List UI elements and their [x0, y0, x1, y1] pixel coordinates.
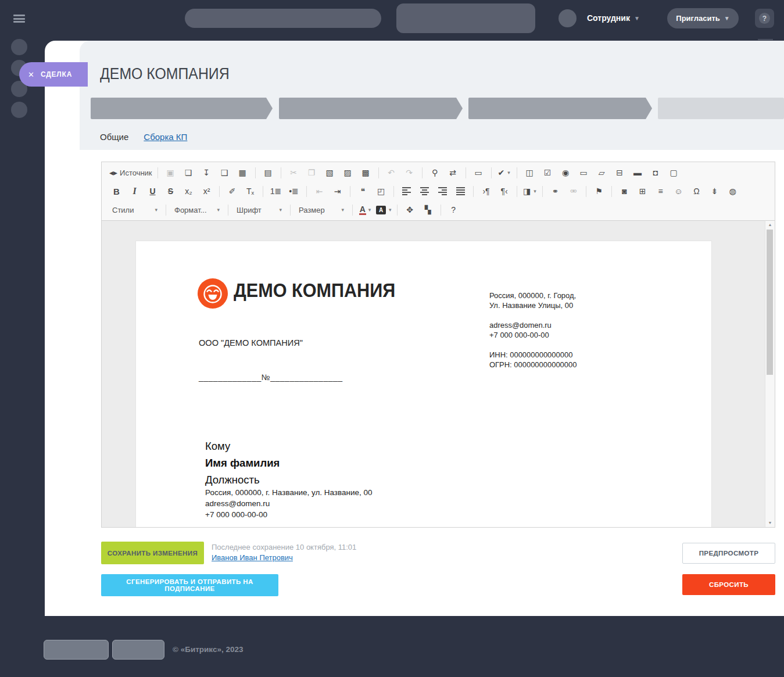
italic-icon[interactable]: I — [126, 184, 143, 199]
align-right-icon[interactable] — [434, 184, 451, 199]
find-icon[interactable]: ⚲ — [427, 165, 443, 180]
templates-icon[interactable]: ▤ — [260, 165, 277, 180]
editor-scrollbar[interactable]: ▲ ▼ — [765, 220, 775, 527]
show-blocks-icon[interactable]: ▚ — [420, 202, 436, 217]
textarea-icon[interactable]: ▱ — [593, 165, 610, 180]
numbered-list-icon[interactable]: 1≣ — [267, 184, 284, 199]
align-justify-icon[interactable] — [452, 184, 469, 199]
link-icon[interactable]: ⚭ — [547, 184, 564, 199]
tab-kp-assembly[interactable]: Сборка КП — [144, 132, 187, 142]
language-icon[interactable]: ◨▾ — [521, 184, 538, 199]
paste-icon[interactable]: ▧ — [321, 165, 338, 180]
indent-icon[interactable]: ⇥ — [329, 184, 346, 199]
bg-color-icon[interactable]: A▾ — [375, 202, 393, 217]
sidebar-item-1[interactable] — [11, 39, 27, 55]
smiley-icon[interactable]: ☺ — [670, 184, 687, 199]
close-icon[interactable]: ✕ — [28, 71, 34, 78]
save-changes-button[interactable]: СОХРАНИТЬ ИЗМЕНЕНИЯ — [101, 542, 204, 564]
new-page-icon[interactable]: ❏ — [180, 165, 197, 180]
sidebar-item-4[interactable] — [11, 102, 27, 118]
page-break-icon[interactable]: ⇟ — [706, 184, 723, 199]
font-dropdown[interactable]: Шрифт▾ — [232, 202, 286, 217]
scroll-up-icon[interactable]: ▲ — [765, 221, 775, 229]
deal-badge[interactable]: ✕ СДЕЛКА — [19, 62, 88, 87]
search-input[interactable] — [185, 9, 381, 28]
form-icon[interactable]: ◫ — [521, 165, 538, 180]
strike-icon[interactable]: S — [162, 184, 179, 199]
scrollbar-thumb[interactable] — [767, 230, 773, 375]
stage-segment-4[interactable] — [658, 98, 784, 119]
avatar[interactable] — [559, 9, 577, 27]
company-requisites: Россия, 000000, г. Город, Ул. Название У… — [489, 291, 577, 370]
export-pdf-icon[interactable]: ↧ — [198, 165, 215, 180]
align-center-icon[interactable] — [416, 184, 433, 199]
text-direction-rtl-icon[interactable]: ¶‹ — [496, 184, 513, 199]
anchor-icon[interactable]: ⚑ — [590, 184, 607, 199]
tab-general[interactable]: Общие — [100, 132, 128, 142]
blockquote-icon[interactable]: ❝ — [355, 184, 371, 199]
help-button[interactable]: ? — [755, 9, 774, 28]
size-dropdown[interactable]: Размер▾ — [295, 202, 348, 217]
table-icon[interactable]: ⊞ — [634, 184, 651, 199]
reset-button[interactable]: СБРОСИТЬ — [682, 574, 775, 595]
preview-icon[interactable]: ❑ — [216, 165, 233, 180]
stage-segment-3[interactable] — [468, 98, 652, 119]
footer-placeholder-2[interactable] — [112, 640, 164, 660]
styles-dropdown[interactable]: Стили▾ — [108, 202, 162, 217]
toolbar-divider — [378, 167, 379, 178]
preview-button[interactable]: ПРЕДПРОСМОТР — [682, 543, 775, 564]
topbar-widget-placeholder[interactable] — [396, 3, 535, 33]
horizontal-rule-icon[interactable]: ≡ — [652, 184, 669, 199]
menu-hamburger-icon[interactable] — [13, 15, 25, 23]
bold-icon[interactable]: B — [108, 184, 125, 199]
print-icon[interactable]: ▦ — [234, 165, 251, 180]
toolbar-divider — [542, 186, 543, 197]
footer-placeholder-1[interactable] — [44, 640, 109, 660]
button-icon[interactable]: ▬ — [629, 165, 646, 180]
select-all-icon[interactable]: ▭ — [470, 165, 487, 180]
radio-icon[interactable]: ◉ — [557, 165, 574, 180]
hidden-field-icon[interactable]: ▢ — [665, 165, 682, 180]
source-button[interactable]: ◂▸Источник — [108, 165, 153, 180]
stage-segment-2[interactable] — [279, 98, 463, 119]
cut-icon: ✂ — [285, 165, 302, 180]
paste-word-icon[interactable]: ▩ — [357, 165, 374, 180]
special-char-icon[interactable]: Ω — [688, 184, 705, 199]
toolbar-row-1: ◂▸Источник▣❏↧❑▦▤✂❐▧▨▩↶↷⚲⇄▭✔▾◫☑◉▭▱⊟▬◘▢ — [102, 163, 775, 182]
editor-content-area[interactable]: ДЕМО КОМПАНИЯ Россия, 000000, г. Город, … — [102, 220, 765, 527]
image-icon[interactable]: ◙ — [616, 184, 633, 199]
format-dropdown[interactable]: Формат...▾ — [170, 202, 224, 217]
stage-segment-1[interactable] — [91, 98, 273, 119]
about-icon[interactable]: ? — [445, 202, 462, 217]
align-left-icon[interactable] — [398, 184, 415, 199]
div-container-icon[interactable]: ◰ — [373, 184, 389, 199]
underline-icon[interactable]: U — [144, 184, 161, 199]
recipient-address: Россия, 000000, г. Название, ул. Названи… — [205, 488, 373, 497]
author-link[interactable]: Иванов Иван Петрович — [212, 553, 293, 562]
paste-text-icon[interactable]: ▨ — [339, 165, 356, 180]
iframe-icon[interactable]: ◍ — [724, 184, 741, 199]
superscript-icon[interactable]: x² — [198, 184, 215, 199]
text-direction-ltr-icon[interactable]: ›¶ — [478, 184, 495, 199]
deal-badge-label: СДЕЛКА — [41, 70, 72, 78]
bullet-list-icon[interactable]: •≣ — [285, 184, 302, 199]
generate-and-send-button[interactable]: СГЕНЕРИРОВАТЬ И ОТПРАВИТЬ НА ПОДПИСАНИЕ — [101, 574, 278, 596]
invite-button[interactable]: Пригласить ▼ — [667, 8, 739, 28]
page-title: ДЕМО КОМПАНИЯ — [100, 65, 230, 83]
subscript-icon[interactable]: x₂ — [180, 184, 197, 199]
employee-menu[interactable]: Сотрудник ▼ — [587, 13, 640, 23]
scroll-down-icon[interactable]: ▼ — [765, 519, 775, 527]
maximize-icon[interactable]: ✥ — [402, 202, 418, 217]
spellcheck-icon[interactable]: ✔▾ — [496, 165, 513, 180]
document-page[interactable]: ДЕМО КОМПАНИЯ Россия, 000000, г. Город, … — [135, 241, 712, 527]
remove-format-icon[interactable]: Tₓ — [242, 184, 259, 199]
select-field-icon[interactable]: ⊟ — [611, 165, 628, 180]
checkbox-icon[interactable]: ☑ — [539, 165, 556, 180]
text-field-icon[interactable]: ▭ — [575, 165, 592, 180]
toolbar-divider — [517, 186, 517, 197]
copy-format-icon[interactable]: ✐ — [224, 184, 241, 199]
image-button-icon[interactable]: ◘ — [647, 165, 664, 180]
replace-icon[interactable]: ⇄ — [445, 165, 461, 180]
rich-text-editor: ◂▸Источник▣❏↧❑▦▤✂❐▧▨▩↶↷⚲⇄▭✔▾◫☑◉▭▱⊟▬◘▢ BI… — [101, 162, 775, 528]
text-color-icon[interactable]: A▾ — [357, 202, 374, 217]
